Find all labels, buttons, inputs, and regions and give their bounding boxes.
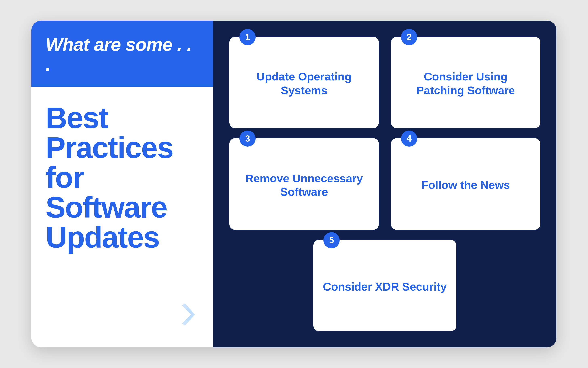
right-panel: 1 Update Operating Systems 2 Consider Us… (213, 21, 557, 347)
left-bottom: Best Practices for Software Updates (31, 87, 213, 347)
practice-card-5: 5 Consider XDR Security (313, 240, 456, 331)
practice-card-3: 3 Remove Unnecessary Software (229, 138, 379, 230)
left-panel: What are some . . . Best Practices for S… (31, 21, 213, 347)
main-title: Best Practices for Software Updates (46, 103, 199, 252)
practice-number-3: 3 (239, 130, 256, 147)
practice-label-2: Consider Using Patching Software (399, 70, 532, 97)
practice-label-4: Follow the News (421, 178, 510, 192)
practice-number-1: 1 (239, 29, 256, 45)
practice-card-4: 4 Follow the News (391, 138, 540, 230)
logo-area (46, 304, 199, 331)
logo-icon (179, 304, 199, 331)
practice-card-1: 1 Update Operating Systems (229, 37, 379, 128)
practice-label-5: Consider XDR Security (323, 280, 447, 293)
practice-number-2: 2 (401, 29, 417, 45)
practice-label-1: Update Operating Systems (237, 70, 371, 97)
practice-number-5: 5 (323, 232, 340, 248)
practice-card-2: 2 Consider Using Patching Software (391, 37, 540, 128)
practice-number-4: 4 (401, 130, 417, 147)
top-bar: What are some . . . (31, 21, 213, 87)
main-card: What are some . . . Best Practices for S… (31, 21, 557, 347)
practice-label-3: Remove Unnecessary Software (237, 172, 371, 199)
intro-text: What are some . . . (46, 35, 199, 75)
